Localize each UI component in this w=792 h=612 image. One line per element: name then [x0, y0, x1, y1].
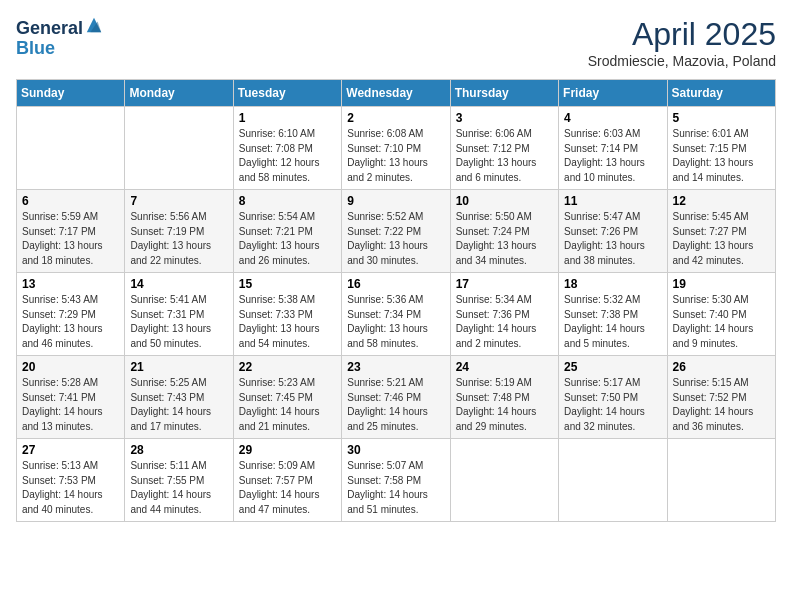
day-number: 20 [22, 360, 119, 374]
day-detail: Sunrise: 5:13 AM Sunset: 7:53 PM Dayligh… [22, 459, 119, 517]
header-row: SundayMondayTuesdayWednesdayThursdayFrid… [17, 80, 776, 107]
day-detail: Sunrise: 5:34 AM Sunset: 7:36 PM Dayligh… [456, 293, 553, 351]
calendar-cell: 19Sunrise: 5:30 AM Sunset: 7:40 PM Dayli… [667, 273, 775, 356]
page-header: General Blue April 2025 Srodmiescie, Maz… [16, 16, 776, 69]
day-detail: Sunrise: 6:01 AM Sunset: 7:15 PM Dayligh… [673, 127, 770, 185]
day-detail: Sunrise: 5:45 AM Sunset: 7:27 PM Dayligh… [673, 210, 770, 268]
day-number: 1 [239, 111, 336, 125]
day-number: 16 [347, 277, 444, 291]
day-detail: Sunrise: 5:38 AM Sunset: 7:33 PM Dayligh… [239, 293, 336, 351]
day-number: 6 [22, 194, 119, 208]
calendar-week-row: 20Sunrise: 5:28 AM Sunset: 7:41 PM Dayli… [17, 356, 776, 439]
day-detail: Sunrise: 5:23 AM Sunset: 7:45 PM Dayligh… [239, 376, 336, 434]
calendar-cell: 16Sunrise: 5:36 AM Sunset: 7:34 PM Dayli… [342, 273, 450, 356]
calendar-cell [559, 439, 667, 522]
calendar-cell: 17Sunrise: 5:34 AM Sunset: 7:36 PM Dayli… [450, 273, 558, 356]
day-number: 17 [456, 277, 553, 291]
day-detail: Sunrise: 5:41 AM Sunset: 7:31 PM Dayligh… [130, 293, 227, 351]
day-number: 10 [456, 194, 553, 208]
calendar-cell: 21Sunrise: 5:25 AM Sunset: 7:43 PM Dayli… [125, 356, 233, 439]
day-number: 7 [130, 194, 227, 208]
calendar-cell: 8Sunrise: 5:54 AM Sunset: 7:21 PM Daylig… [233, 190, 341, 273]
calendar-cell: 7Sunrise: 5:56 AM Sunset: 7:19 PM Daylig… [125, 190, 233, 273]
day-number: 9 [347, 194, 444, 208]
day-of-week-header: Friday [559, 80, 667, 107]
logo: General Blue [16, 16, 103, 59]
day-number: 28 [130, 443, 227, 457]
day-of-week-header: Tuesday [233, 80, 341, 107]
day-number: 11 [564, 194, 661, 208]
calendar-cell [125, 107, 233, 190]
day-detail: Sunrise: 5:09 AM Sunset: 7:57 PM Dayligh… [239, 459, 336, 517]
logo-blue: Blue [16, 38, 55, 58]
calendar-cell: 25Sunrise: 5:17 AM Sunset: 7:50 PM Dayli… [559, 356, 667, 439]
day-number: 14 [130, 277, 227, 291]
calendar-week-row: 27Sunrise: 5:13 AM Sunset: 7:53 PM Dayli… [17, 439, 776, 522]
day-detail: Sunrise: 5:19 AM Sunset: 7:48 PM Dayligh… [456, 376, 553, 434]
day-detail: Sunrise: 5:30 AM Sunset: 7:40 PM Dayligh… [673, 293, 770, 351]
calendar-table: SundayMondayTuesdayWednesdayThursdayFrid… [16, 79, 776, 522]
calendar-cell: 12Sunrise: 5:45 AM Sunset: 7:27 PM Dayli… [667, 190, 775, 273]
calendar-cell [667, 439, 775, 522]
day-number: 22 [239, 360, 336, 374]
day-number: 2 [347, 111, 444, 125]
day-detail: Sunrise: 5:54 AM Sunset: 7:21 PM Dayligh… [239, 210, 336, 268]
day-number: 24 [456, 360, 553, 374]
location: Srodmiescie, Mazovia, Poland [588, 53, 776, 69]
day-detail: Sunrise: 5:15 AM Sunset: 7:52 PM Dayligh… [673, 376, 770, 434]
day-number: 13 [22, 277, 119, 291]
day-number: 4 [564, 111, 661, 125]
day-number: 19 [673, 277, 770, 291]
calendar-cell: 27Sunrise: 5:13 AM Sunset: 7:53 PM Dayli… [17, 439, 125, 522]
day-detail: Sunrise: 6:06 AM Sunset: 7:12 PM Dayligh… [456, 127, 553, 185]
day-detail: Sunrise: 6:08 AM Sunset: 7:10 PM Dayligh… [347, 127, 444, 185]
day-detail: Sunrise: 5:32 AM Sunset: 7:38 PM Dayligh… [564, 293, 661, 351]
title-area: April 2025 Srodmiescie, Mazovia, Poland [588, 16, 776, 69]
day-of-week-header: Saturday [667, 80, 775, 107]
day-detail: Sunrise: 6:03 AM Sunset: 7:14 PM Dayligh… [564, 127, 661, 185]
day-detail: Sunrise: 5:59 AM Sunset: 7:17 PM Dayligh… [22, 210, 119, 268]
day-detail: Sunrise: 5:50 AM Sunset: 7:24 PM Dayligh… [456, 210, 553, 268]
calendar-cell: 2Sunrise: 6:08 AM Sunset: 7:10 PM Daylig… [342, 107, 450, 190]
day-detail: Sunrise: 5:36 AM Sunset: 7:34 PM Dayligh… [347, 293, 444, 351]
calendar-cell: 13Sunrise: 5:43 AM Sunset: 7:29 PM Dayli… [17, 273, 125, 356]
day-number: 30 [347, 443, 444, 457]
day-detail: Sunrise: 5:11 AM Sunset: 7:55 PM Dayligh… [130, 459, 227, 517]
calendar-cell: 14Sunrise: 5:41 AM Sunset: 7:31 PM Dayli… [125, 273, 233, 356]
logo-icon [85, 16, 103, 34]
day-number: 8 [239, 194, 336, 208]
calendar-cell: 24Sunrise: 5:19 AM Sunset: 7:48 PM Dayli… [450, 356, 558, 439]
day-number: 29 [239, 443, 336, 457]
calendar-cell: 10Sunrise: 5:50 AM Sunset: 7:24 PM Dayli… [450, 190, 558, 273]
day-of-week-header: Thursday [450, 80, 558, 107]
calendar-cell: 3Sunrise: 6:06 AM Sunset: 7:12 PM Daylig… [450, 107, 558, 190]
calendar-cell: 23Sunrise: 5:21 AM Sunset: 7:46 PM Dayli… [342, 356, 450, 439]
calendar-cell: 22Sunrise: 5:23 AM Sunset: 7:45 PM Dayli… [233, 356, 341, 439]
day-detail: Sunrise: 5:07 AM Sunset: 7:58 PM Dayligh… [347, 459, 444, 517]
day-of-week-header: Monday [125, 80, 233, 107]
calendar-cell: 29Sunrise: 5:09 AM Sunset: 7:57 PM Dayli… [233, 439, 341, 522]
day-number: 26 [673, 360, 770, 374]
day-detail: Sunrise: 5:25 AM Sunset: 7:43 PM Dayligh… [130, 376, 227, 434]
day-detail: Sunrise: 5:21 AM Sunset: 7:46 PM Dayligh… [347, 376, 444, 434]
day-of-week-header: Wednesday [342, 80, 450, 107]
calendar-cell: 18Sunrise: 5:32 AM Sunset: 7:38 PM Dayli… [559, 273, 667, 356]
calendar-week-row: 6Sunrise: 5:59 AM Sunset: 7:17 PM Daylig… [17, 190, 776, 273]
day-number: 23 [347, 360, 444, 374]
calendar-cell: 30Sunrise: 5:07 AM Sunset: 7:58 PM Dayli… [342, 439, 450, 522]
calendar-cell [450, 439, 558, 522]
day-detail: Sunrise: 5:52 AM Sunset: 7:22 PM Dayligh… [347, 210, 444, 268]
calendar-cell: 9Sunrise: 5:52 AM Sunset: 7:22 PM Daylig… [342, 190, 450, 273]
day-number: 12 [673, 194, 770, 208]
day-detail: Sunrise: 5:47 AM Sunset: 7:26 PM Dayligh… [564, 210, 661, 268]
day-detail: Sunrise: 5:17 AM Sunset: 7:50 PM Dayligh… [564, 376, 661, 434]
day-detail: Sunrise: 6:10 AM Sunset: 7:08 PM Dayligh… [239, 127, 336, 185]
day-number: 27 [22, 443, 119, 457]
calendar-cell: 4Sunrise: 6:03 AM Sunset: 7:14 PM Daylig… [559, 107, 667, 190]
day-detail: Sunrise: 5:56 AM Sunset: 7:19 PM Dayligh… [130, 210, 227, 268]
calendar-cell [17, 107, 125, 190]
day-number: 3 [456, 111, 553, 125]
calendar-cell: 20Sunrise: 5:28 AM Sunset: 7:41 PM Dayli… [17, 356, 125, 439]
calendar-cell: 15Sunrise: 5:38 AM Sunset: 7:33 PM Dayli… [233, 273, 341, 356]
calendar-cell: 6Sunrise: 5:59 AM Sunset: 7:17 PM Daylig… [17, 190, 125, 273]
